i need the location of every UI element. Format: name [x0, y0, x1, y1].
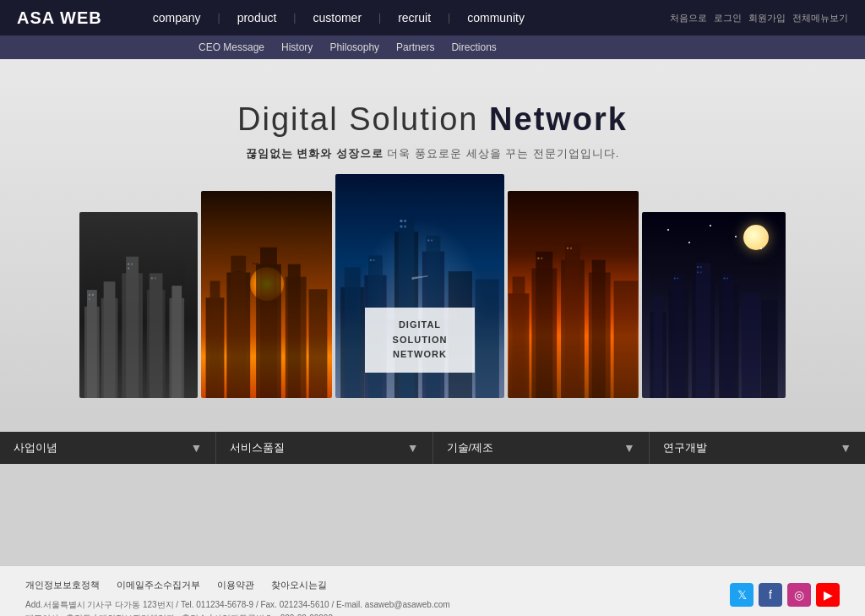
svg-rect-46: [513, 276, 525, 398]
facebook-icon[interactable]: f: [759, 583, 782, 607]
svg-rect-65: [722, 274, 734, 398]
city-panel-1: [79, 212, 198, 398]
header-right-link-2[interactable]: 회원가입: [748, 12, 786, 25]
bottom-bar-item-1[interactable]: 서비스품질▼: [216, 432, 432, 464]
svg-rect-67: [761, 300, 778, 398]
nav-item-company[interactable]: company: [136, 11, 218, 25]
city-panel-3: DIGITAL SOLUTION NETWORK: [335, 174, 504, 398]
city-panel-5: [642, 212, 786, 398]
hero-title-normal: Digital Solution: [237, 101, 489, 137]
social-icons: 𝕏 f ◎ ▶: [730, 583, 840, 607]
svg-rect-38: [404, 220, 406, 222]
svg-rect-70: [697, 266, 699, 268]
hero-subtitle: 끊임없는 변화와 성장으로 끊임없는 변화와 성장으로 더욱 풍요로운 세상을 …: [17, 146, 848, 161]
svg-rect-40: [404, 225, 406, 227]
main-nav: company|product|customer|recruit|communi…: [136, 11, 670, 25]
svg-rect-10: [89, 294, 90, 296]
bottom-bar-arrow-3: ▼: [840, 441, 851, 455]
svg-rect-19: [210, 281, 220, 398]
bottom-bar-arrow-2: ▼: [623, 441, 635, 455]
footer-links: 개인정보보호정책이메일주소수집거부이용약관찾아오시는길: [25, 579, 450, 591]
svg-rect-44: [431, 239, 432, 241]
nav-item-customer[interactable]: customer: [296, 11, 378, 25]
svg-rect-39: [400, 225, 403, 227]
header-right-link-1[interactable]: 로그인: [714, 12, 742, 25]
svg-rect-73: [726, 278, 728, 280]
footer-link-1[interactable]: 이메일주소수집거부: [117, 579, 200, 591]
city-panel-4: [508, 191, 639, 398]
bottom-bar-item-0[interactable]: 사업이념▼: [0, 432, 216, 464]
svg-rect-68: [674, 278, 676, 280]
bottom-bar-label-0: 사업이념: [14, 440, 57, 455]
content-area: [0, 464, 865, 565]
svg-rect-55: [541, 257, 542, 259]
image-strip: DIGITAL SOLUTION NETWORK: [17, 170, 848, 398]
svg-rect-11: [92, 294, 94, 296]
svg-rect-14: [131, 264, 133, 265]
svg-rect-74: [697, 271, 699, 273]
nav-item-recruit[interactable]: recruit: [381, 11, 448, 25]
svg-rect-28: [345, 267, 361, 398]
svg-rect-72: [724, 278, 726, 280]
header-right-link-0[interactable]: 처음으로: [670, 12, 707, 25]
svg-rect-17: [155, 277, 156, 279]
svg-rect-43: [427, 239, 429, 241]
twitter-icon[interactable]: 𝕏: [730, 583, 753, 607]
bottom-bar: 사업이념▼서비스품질▼기술/제조▼연구개발▼: [0, 432, 865, 464]
svg-rect-37: [400, 220, 403, 222]
nav-item-product[interactable]: product: [220, 11, 294, 25]
youtube-icon[interactable]: ▶: [816, 583, 840, 607]
footer-link-2[interactable]: 이용약관: [217, 579, 254, 591]
instagram-icon[interactable]: ◎: [787, 583, 811, 607]
svg-rect-61: [672, 274, 684, 398]
subnav-item-2[interactable]: Philosophy: [329, 41, 379, 53]
svg-rect-12: [89, 298, 90, 300]
svg-rect-56: [567, 248, 569, 249]
svg-rect-3: [104, 281, 116, 398]
header: ASA WEB company|product|customer|recruit…: [0, 0, 865, 35]
svg-rect-63: [696, 263, 711, 398]
hero-title: Digital Solution Network: [17, 101, 848, 138]
bottom-bar-item-3[interactable]: 연구개발▼: [650, 432, 865, 464]
nav-item-community[interactable]: community: [450, 11, 541, 25]
svg-rect-42: [373, 259, 375, 261]
subnav-item-0[interactable]: CEO Message: [199, 41, 264, 53]
svg-rect-13: [128, 264, 129, 265]
svg-rect-57: [570, 248, 572, 249]
overlay-text: DIGITAL SOLUTION NETWORK: [378, 318, 461, 363]
footer-address: Add.서울특별시 기사구 다가동 123번지 / Tel. 011234-56…: [25, 598, 450, 616]
svg-rect-48: [536, 251, 552, 398]
svg-rect-9: [171, 286, 182, 398]
footer: 개인정보보호정책이메일주소수집거부이용약관찾아오시는길 Add.서울특별시 기사…: [0, 565, 865, 616]
subnav-item-4[interactable]: Directions: [451, 41, 496, 53]
star: [735, 236, 737, 237]
bottom-bar-label-3: 연구개발: [663, 440, 707, 455]
subnav-item-1[interactable]: History: [281, 41, 313, 53]
hero-title-bold: Network: [489, 101, 628, 137]
subnav-item-3[interactable]: Partners: [396, 41, 434, 53]
svg-rect-59: [654, 297, 663, 398]
hero-section: Digital Solution Network 끊임없는 변화와 성장으로 끊…: [0, 59, 865, 415]
header-right-link-3[interactable]: 전체메뉴보기: [792, 12, 848, 25]
bottom-bar-arrow-0: ▼: [190, 441, 202, 455]
svg-rect-23: [260, 248, 277, 399]
footer-link-3[interactable]: 찾아오시는길: [271, 579, 327, 591]
bottom-bar-arrow-1: ▼: [407, 441, 419, 455]
svg-rect-26: [309, 289, 328, 398]
svg-rect-71: [700, 266, 702, 268]
svg-rect-15: [128, 267, 129, 269]
logo[interactable]: ASA WEB: [17, 8, 102, 28]
header-right: 처음으로로그인회원가입전체메뉴보기: [670, 12, 848, 25]
footer-bottom: 개인정보보호정책이메일주소수집거부이용약관찾아오시는길 Add.서울특별시 기사…: [25, 579, 840, 616]
footer-left: 개인정보보호정책이메일주소수집거부이용약관찾아오시는길 Add.서울특별시 기사…: [25, 579, 450, 616]
svg-rect-53: [614, 281, 639, 398]
svg-rect-41: [370, 259, 372, 261]
svg-rect-75: [700, 271, 702, 273]
svg-rect-54: [537, 257, 539, 259]
bottom-bar-item-2[interactable]: 기술/제조▼: [433, 432, 650, 464]
footer-link-0[interactable]: 개인정보보호정책: [25, 579, 100, 591]
star: [710, 225, 711, 226]
svg-rect-66: [742, 292, 760, 398]
svg-rect-16: [151, 277, 153, 279]
city-panel-2: [201, 191, 332, 398]
